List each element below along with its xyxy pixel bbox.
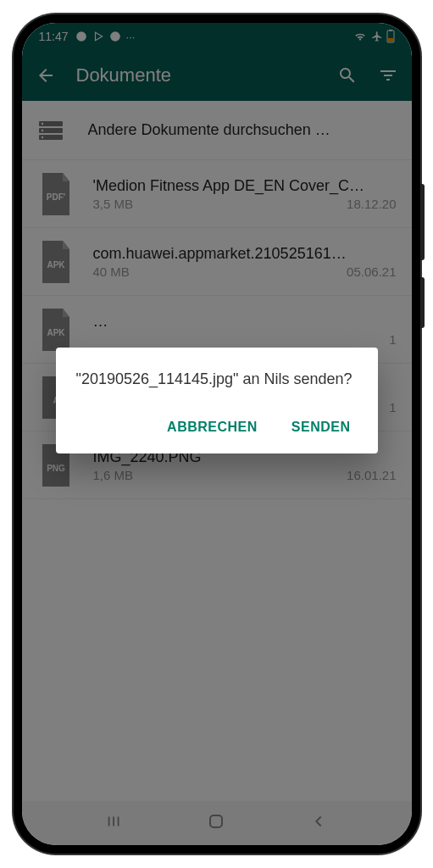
send-confirm-dialog: "20190526_114145.jpg" an Nils senden? AB… <box>56 348 378 453</box>
cancel-button[interactable]: ABBRECHEN <box>160 411 264 443</box>
dialog-message: "20190526_114145.jpg" an Nils senden? <box>76 368 358 391</box>
phone-frame: 11:47 ··· <box>14 14 420 854</box>
screen: 11:47 ··· <box>22 23 412 845</box>
dialog-actions: ABBRECHEN SENDEN <box>76 411 358 443</box>
send-button[interactable]: SENDEN <box>285 411 358 443</box>
dialog-overlay[interactable]: "20190526_114145.jpg" an Nils senden? AB… <box>22 23 412 845</box>
